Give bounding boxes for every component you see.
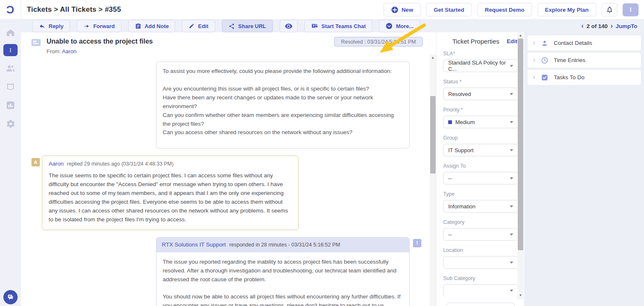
scroll-down-arrow[interactable]: ▼ [517, 293, 524, 298]
status-label: Status * [443, 79, 518, 85]
properties-scrollbar[interactable]: ▲ ▼ [517, 32, 524, 299]
properties-footer: Update Ticket [436, 296, 524, 306]
edit-icon [189, 23, 195, 29]
add-note-button[interactable]: Add Note [128, 20, 176, 32]
requester-link[interactable]: Aaron [62, 48, 77, 54]
properties-title: Ticket Properties [452, 38, 499, 45]
reply-body: The issue seems to be specific to certai… [49, 171, 292, 224]
avatar-initial: I [630, 6, 631, 13]
reports-icon [5, 100, 16, 110]
field-location: Location [443, 247, 518, 269]
update-ticket-button[interactable]: Update Ticket [447, 303, 514, 306]
share-url-button[interactable]: Share URL [222, 20, 273, 32]
category-select[interactable]: -- [443, 228, 518, 241]
sidebar-item-tickets[interactable] [3, 44, 18, 56]
response-header: RTX Solutions IT Support responded in 28… [156, 238, 409, 252]
thread-scrollbar[interactable]: ▲ ▼ [430, 54, 436, 306]
type-select[interactable]: Information [443, 200, 518, 213]
sub-category-select[interactable] [443, 284, 518, 297]
sidebar-item-reports[interactable] [3, 98, 18, 112]
app-logo[interactable]: Ɔ [0, 0, 21, 19]
sidebar-item-contacts[interactable] [3, 61, 18, 75]
eye-icon [285, 22, 293, 30]
type-label: Type [443, 191, 518, 197]
contact-details-section[interactable]: › Contact Details [527, 35, 641, 51]
tasks-to-do-section[interactable]: › Tasks To Do [527, 69, 641, 86]
reply-header: Aaron replied 29 minutes ago (03/31/24 4… [49, 160, 292, 169]
sla-label: SLA* [443, 51, 518, 57]
priority-select[interactable]: Medium [443, 116, 518, 128]
forward-icon [83, 23, 90, 29]
priority-value: Medium [455, 119, 475, 125]
new-ticket-label: New [402, 7, 413, 13]
sla-select[interactable]: Standard SLA Policy for C... [443, 60, 518, 72]
jumpto-link[interactable]: JumpTo [616, 23, 638, 29]
explore-plan-label: Explore My Plan [545, 7, 589, 13]
reply-icon [39, 23, 45, 29]
reply-author-link[interactable]: Aaron [49, 161, 64, 167]
priority-color-swatch [448, 120, 452, 124]
group-select[interactable]: IT Support [443, 144, 518, 156]
location-label: Location [443, 247, 518, 253]
caret-icon [510, 290, 513, 292]
reply-button[interactable]: Reply [32, 20, 70, 32]
plus-circle-icon [391, 6, 398, 13]
edit-label: Edit [198, 23, 208, 29]
top-bar: Ɔ Tickets > All Tickets > #355 New Get S… [0, 0, 644, 20]
explore-plan-button[interactable]: Explore My Plan [538, 3, 596, 16]
logo-icon: Ɔ [6, 3, 14, 16]
forward-button[interactable]: Forward [77, 20, 121, 32]
email-channel-icon [31, 39, 41, 46]
notifications-button[interactable] [602, 3, 617, 16]
resolved-status-badge: Resolved : 03/31/24 5:16:51 PM [334, 37, 423, 47]
status-select[interactable]: Resolved [443, 88, 518, 100]
more-button[interactable]: More... [379, 20, 420, 32]
note-icon [135, 23, 141, 29]
field-category: Category -- [443, 219, 518, 241]
ticket-header: Unable to access the project files From:… [21, 32, 436, 54]
assign-to-value: -- [448, 175, 452, 182]
edit-button[interactable]: Edit [182, 20, 215, 32]
prev-ticket-button[interactable]: ‹ [582, 23, 584, 29]
time-entries-section[interactable]: › Time Entries [527, 52, 641, 68]
reply-meta: replied 29 minutes ago (03/31/24 4:48:33… [67, 161, 174, 167]
sidebar-item-settings[interactable] [3, 117, 18, 131]
sidebar-item-home[interactable] [3, 26, 18, 40]
ticket-title: Unable to access the project files [47, 38, 153, 45]
field-sub-category: Sub Category [443, 275, 518, 297]
ticket-title-block: Unable to access the project files From:… [47, 38, 153, 54]
location-select[interactable] [443, 256, 518, 269]
watch-button[interactable] [280, 20, 298, 32]
thread-scroll-thumb[interactable] [430, 96, 436, 174]
chevron-right-icon: › [533, 39, 535, 46]
home-icon [5, 28, 16, 38]
field-group: Group IT Support [443, 135, 518, 156]
ticket-properties-panel: Ticket Properties Edit SLA* Standard SLA… [436, 32, 524, 306]
start-teams-chat-button[interactable]: Start Teams Chat [304, 20, 373, 32]
user-avatar[interactable]: I [623, 3, 639, 16]
scroll-up-arrow[interactable]: ▲ [430, 56, 436, 60]
request-demo-button[interactable]: Request Demo [477, 3, 532, 16]
scroll-up-arrow[interactable]: ▲ [517, 34, 524, 38]
support-chat-fab[interactable] [3, 290, 18, 304]
caret-icon [510, 177, 513, 179]
agent-avatar: I [413, 239, 421, 247]
ticket-toolbar: Reply Forward Add Note Edit Share URL [21, 20, 644, 32]
assign-to-select[interactable]: -- [443, 172, 518, 184]
breadcrumb: Tickets > All Tickets > #355 [27, 5, 121, 14]
group-value: IT Support [448, 147, 473, 153]
response-author-link[interactable]: RTX Solutions IT Support [162, 241, 226, 248]
content-row: Unable to access the project files From:… [21, 32, 644, 306]
new-ticket-button[interactable]: New [384, 3, 421, 16]
sidebar-item-knowledge-base[interactable] [3, 80, 18, 94]
properties-scroll-thumb[interactable] [518, 39, 523, 250]
caret-icon [510, 262, 513, 264]
next-ticket-button[interactable]: › [610, 23, 613, 29]
properties-edit-link[interactable]: Edit [507, 38, 518, 44]
caret-icon [510, 65, 513, 67]
response-body: The issue you reported regarding the ina… [156, 252, 409, 306]
left-sidebar [0, 20, 21, 306]
more-label: More... [396, 23, 413, 29]
properties-header: Ticket Properties Edit [436, 32, 524, 45]
get-started-button[interactable]: Get Started [426, 3, 472, 16]
